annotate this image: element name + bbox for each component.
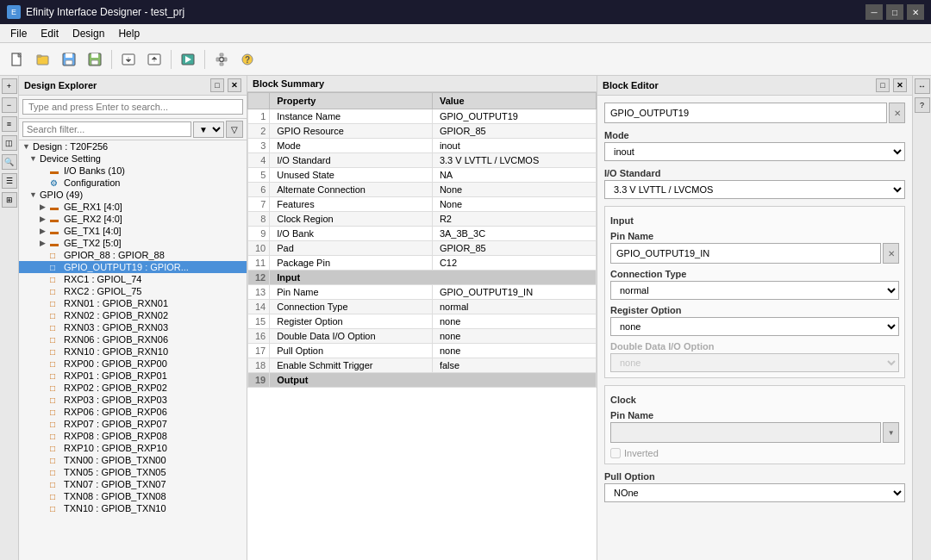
menu-file[interactable]: File bbox=[3, 26, 34, 41]
tree-container[interactable]: ▼ Design : T20F256 ▼ Device Setting ▬ I/… bbox=[19, 140, 247, 560]
search-input[interactable] bbox=[22, 99, 243, 115]
tree-rxp08[interactable]: □ RXP08 : GPIOB_RXP08 bbox=[19, 430, 247, 442]
minimize-button[interactable]: ─ bbox=[865, 4, 883, 20]
run-button[interactable] bbox=[176, 47, 200, 72]
editor-restore-btn[interactable]: □ bbox=[876, 78, 890, 92]
tree-ge-rx2[interactable]: ▶ ▬ GE_RX2 [4:0] bbox=[19, 213, 247, 225]
tree-configuration[interactable]: ⚙ Configuration bbox=[19, 177, 247, 189]
filter-funnel-icon[interactable]: ▽ bbox=[226, 121, 243, 138]
sidebar-tree-icon[interactable]: ⊞ bbox=[2, 192, 17, 208]
sidebar-search-icon[interactable]: 🔍 bbox=[2, 154, 17, 170]
pin-name-clear-btn[interactable]: ✕ bbox=[883, 243, 899, 264]
save-as-button[interactable] bbox=[83, 47, 107, 72]
tree-rxp07[interactable]: □ RXP07 : GPIOB_RXP07 bbox=[19, 418, 247, 430]
table-row[interactable]: 14Connection Typenormal bbox=[248, 300, 597, 314]
tree-design[interactable]: ▼ Design : T20F256 bbox=[19, 140, 247, 152]
connection-type-select[interactable]: normal bbox=[610, 281, 899, 300]
maximize-button[interactable]: □ bbox=[886, 4, 903, 20]
tree-txn08[interactable]: □ TXN08 : GPIOB_TXN08 bbox=[19, 490, 247, 502]
tree-device-setting[interactable]: ▼ Device Setting bbox=[19, 152, 247, 165]
tree-rxn10[interactable]: □ RXN10 : GPIOB_RXN10 bbox=[19, 345, 247, 358]
menu-edit[interactable]: Edit bbox=[34, 26, 66, 41]
instance-name-input[interactable] bbox=[604, 103, 887, 123]
table-row[interactable]: 11Package PinC12 bbox=[248, 256, 597, 271]
open-button[interactable] bbox=[31, 47, 55, 72]
tree-ge-rx1[interactable]: ▶ ▬ GE_RX1 [4:0] bbox=[19, 201, 247, 213]
menu-design[interactable]: Design bbox=[66, 26, 111, 41]
register-option-select[interactable]: none bbox=[610, 317, 899, 336]
tree-gpio-output19[interactable]: □ GPIO_OUTPUT19 : GPIOR... bbox=[19, 261, 247, 273]
pull-option-select[interactable]: NOne bbox=[604, 483, 905, 502]
panel-close-btn[interactable]: ✕ bbox=[228, 78, 241, 92]
right-sidebar-icon-2[interactable]: ? bbox=[915, 97, 930, 113]
table-row[interactable]: 19Output bbox=[248, 373, 597, 388]
filter-input[interactable] bbox=[22, 121, 191, 137]
tree-rxn03[interactable]: □ RXN03 : GPIOB_RXN03 bbox=[19, 321, 247, 333]
sidebar-add-icon[interactable]: + bbox=[2, 78, 17, 94]
table-row[interactable]: 16Double Data I/O Optionnone bbox=[248, 329, 597, 344]
new-button[interactable] bbox=[5, 47, 29, 72]
table-row[interactable]: 15Register Optionnone bbox=[248, 314, 597, 329]
panel-restore-btn[interactable]: □ bbox=[210, 78, 224, 92]
tree-txn00[interactable]: □ TXN00 : GPIOB_TXN00 bbox=[19, 454, 247, 466]
sidebar-list-icon[interactable]: ☰ bbox=[2, 173, 17, 189]
tree-rxn06[interactable]: □ RXN06 : GPIOB_RXN06 bbox=[19, 333, 247, 345]
tree-ge-tx1[interactable]: ▶ ▬ GE_TX1 [4:0] bbox=[19, 225, 247, 237]
tree-txn10[interactable]: □ TXN10 : GPIOB_TXN10 bbox=[19, 502, 247, 514]
tree-txn07[interactable]: □ TXN07 : GPIOB_TXN07 bbox=[19, 478, 247, 490]
table-row[interactable]: 6Alternate ConnectionNone bbox=[248, 183, 597, 197]
table-row[interactable]: 4I/O Standard3.3 V LVTTL / LVCMOS bbox=[248, 153, 597, 168]
table-row[interactable]: 17Pull Optionnone bbox=[248, 344, 597, 358]
tree-rxp01[interactable]: □ RXP01 : GPIOB_RXP01 bbox=[19, 370, 247, 382]
table-row[interactable]: 13Pin NameGPIO_OUTPUT19_IN bbox=[248, 285, 597, 300]
tree-rxp03[interactable]: □ RXP03 : GPIOB_RXP03 bbox=[19, 394, 247, 406]
tree-rxp02[interactable]: □ RXP02 : GPIOB_RXP02 bbox=[19, 382, 247, 394]
tree-txn05[interactable]: □ TXN05 : GPIOB_TXN05 bbox=[19, 466, 247, 478]
table-row[interactable]: 9I/O Bank3A_3B_3C bbox=[248, 227, 597, 241]
pin-name-input[interactable] bbox=[610, 243, 881, 264]
mode-select[interactable]: inout bbox=[604, 142, 905, 161]
settings-button[interactable] bbox=[209, 47, 234, 72]
table-row[interactable]: 5Unused StateNA bbox=[248, 168, 597, 183]
io-standard-select[interactable]: 3.3 V LVTTL / LVCMOS bbox=[604, 180, 905, 199]
tree-rxp06[interactable]: □ RXP06 : GPIOB_RXP06 bbox=[19, 406, 247, 418]
tree-gpio[interactable]: ▼ GPIO (49) bbox=[19, 189, 247, 201]
table-row[interactable]: 1Instance NameGPIO_OUTPUT19 bbox=[248, 109, 597, 124]
export-button[interactable] bbox=[142, 47, 166, 72]
tree-rxc2[interactable]: □ RXC2 : GPIOL_75 bbox=[19, 285, 247, 297]
tree-io-banks[interactable]: ▬ I/O Banks (10) bbox=[19, 165, 247, 177]
svg-rect-15 bbox=[224, 58, 227, 61]
table-row[interactable]: 2GPIO ResourceGPIOR_85 bbox=[248, 124, 597, 139]
right-sidebar-icon-1[interactable]: ↔ bbox=[915, 78, 930, 94]
table-row[interactable]: 7FeaturesNone bbox=[248, 197, 597, 212]
table-row[interactable]: 10PadGPIOR_85 bbox=[248, 241, 597, 256]
sidebar-minus-icon[interactable]: − bbox=[2, 97, 17, 113]
close-button[interactable]: ✕ bbox=[907, 4, 924, 20]
double-data-select[interactable]: none bbox=[610, 353, 899, 372]
instance-name-clear-btn[interactable]: ✕ bbox=[889, 103, 905, 123]
sidebar-chip-icon[interactable]: ◫ bbox=[2, 135, 17, 151]
tree-rxn01[interactable]: □ RXN01 : GPIOB_RXN01 bbox=[19, 297, 247, 309]
tree-rxp00[interactable]: □ RXP00 : GPIOB_RXP00 bbox=[19, 358, 247, 370]
help-button[interactable]: ? bbox=[235, 47, 259, 72]
editor-close-btn[interactable]: ✕ bbox=[893, 78, 907, 92]
table-row[interactable]: 12Input bbox=[248, 271, 597, 285]
tree-rxn02[interactable]: □ RXN02 : GPIOB_RXN02 bbox=[19, 309, 247, 321]
sidebar-layers-icon[interactable]: ≡ bbox=[2, 116, 17, 132]
menu-help[interactable]: Help bbox=[111, 26, 147, 41]
clock-pin-dropdown-btn[interactable]: ▼ bbox=[883, 422, 899, 443]
table-row[interactable]: 3Modeinout bbox=[248, 139, 597, 153]
import-button[interactable] bbox=[116, 47, 141, 72]
tree-ge-tx2[interactable]: ▶ ▬ GE_TX2 [5:0] bbox=[19, 237, 247, 249]
table-row[interactable]: 18Enable Schmitt Triggerfalse bbox=[248, 358, 597, 373]
filter-select[interactable]: ▼ bbox=[193, 121, 224, 138]
table-container[interactable]: Property Value 1Instance NameGPIO_OUTPUT… bbox=[247, 92, 597, 560]
tree-rxc1[interactable]: □ RXC1 : GPIOL_74 bbox=[19, 273, 247, 285]
tree-gpior88[interactable]: □ GPIOR_88 : GPIOR_88 bbox=[19, 249, 247, 261]
table-row[interactable]: 8Clock RegionR2 bbox=[248, 212, 597, 227]
save-button[interactable] bbox=[57, 47, 81, 72]
clock-pin-input[interactable] bbox=[610, 422, 881, 443]
tree-rxp10[interactable]: □ RXP10 : GPIOB_RXP10 bbox=[19, 442, 247, 454]
inverted-checkbox[interactable] bbox=[610, 448, 621, 458]
pull-option-label: Pull Option bbox=[604, 471, 905, 482]
